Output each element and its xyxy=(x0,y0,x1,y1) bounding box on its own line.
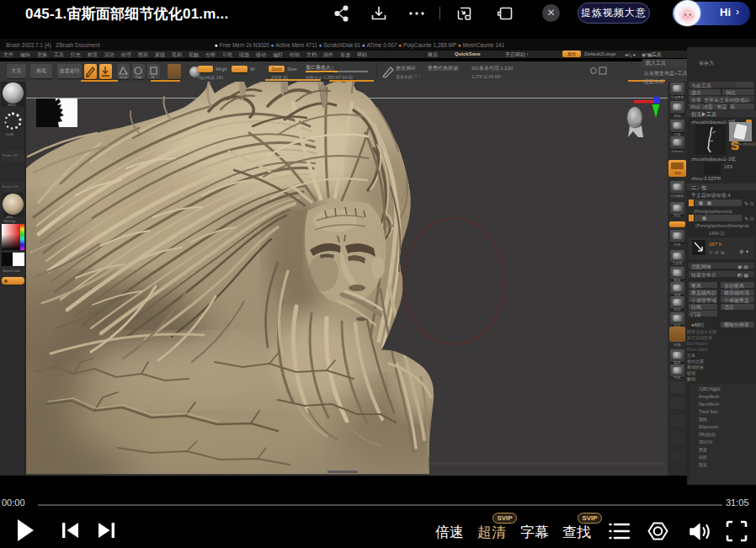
svg-text:M: M xyxy=(152,75,154,79)
svg-text:Mrgb: Mrgb xyxy=(120,75,128,79)
svg-text:Rgb: Rgb xyxy=(136,75,142,79)
